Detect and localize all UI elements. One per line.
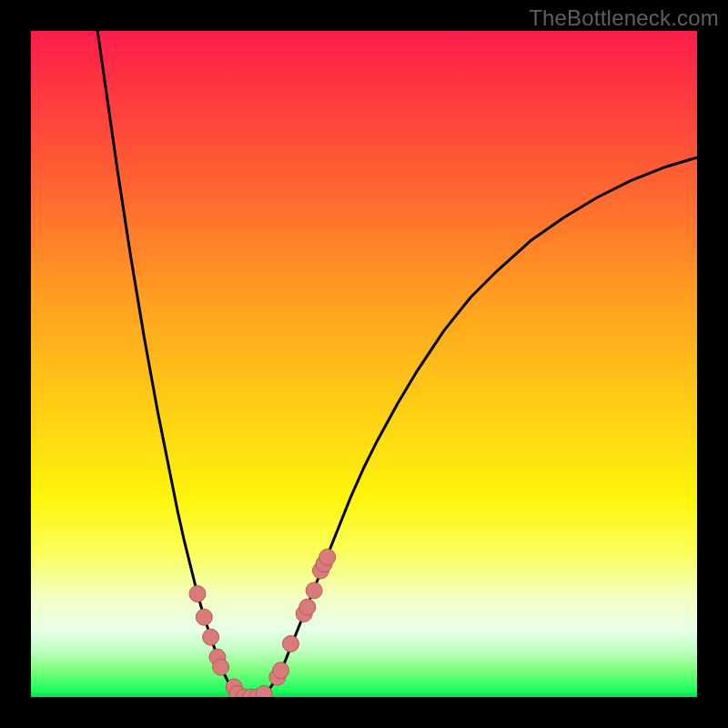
data-marker — [299, 599, 316, 615]
chart-frame: TheBottleneck.com — [0, 0, 728, 728]
watermark-text: TheBottleneck.com — [529, 5, 719, 31]
plot-area — [31, 31, 697, 697]
chart-svg — [31, 31, 697, 697]
data-marker — [213, 659, 229, 675]
data-marker — [196, 609, 212, 625]
data-marker — [256, 685, 272, 697]
data-marker — [306, 582, 322, 599]
data-marker — [189, 586, 206, 602]
data-marker — [273, 662, 289, 679]
data-marker — [203, 629, 219, 645]
data-marker — [319, 549, 336, 565]
bottleneck-curve — [97, 31, 697, 697]
data-marker — [282, 635, 298, 652]
